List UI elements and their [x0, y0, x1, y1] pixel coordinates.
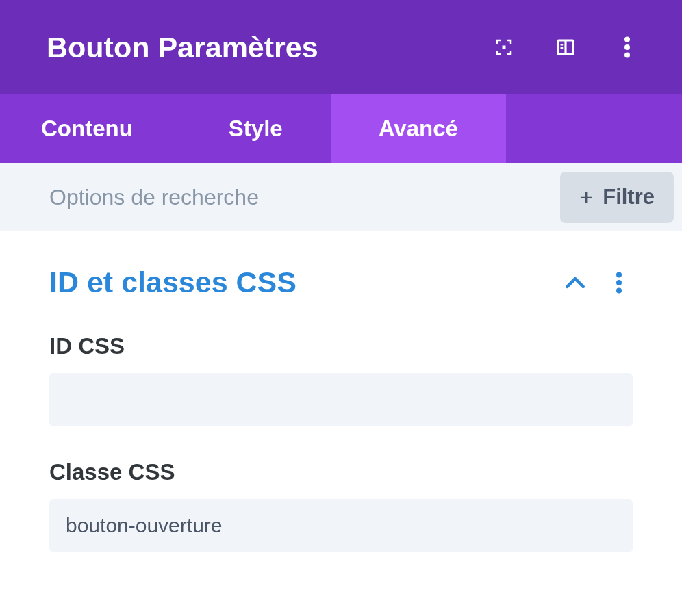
settings-header: Bouton Paramètres [0, 0, 682, 94]
header-icon-group [490, 34, 641, 61]
collapse-icon[interactable] [561, 269, 589, 296]
tab-bar: Contenu Style Avancé [0, 94, 682, 163]
section-options-icon[interactable] [605, 269, 633, 296]
svg-rect-0 [503, 46, 506, 49]
search-bar: + Filtre [0, 163, 682, 231]
css-id-field-group: ID CSS [49, 333, 633, 426]
css-id-label: ID CSS [49, 333, 633, 359]
svg-point-7 [624, 52, 630, 57]
tab-advanced[interactable]: Avancé [331, 94, 506, 163]
panel-title: Bouton Paramètres [47, 31, 318, 64]
svg-point-8 [616, 272, 622, 277]
svg-point-10 [616, 287, 622, 293]
plus-icon: + [579, 184, 593, 211]
css-class-input[interactable] [49, 499, 633, 552]
tab-style[interactable]: Style [181, 94, 331, 163]
section-header: ID et classes CSS [49, 266, 633, 299]
filter-button[interactable]: + Filtre [560, 172, 674, 223]
tab-content[interactable]: Contenu [0, 94, 181, 163]
css-section: ID et classes CSS ID CSS Classe CSS [0, 231, 682, 616]
search-input[interactable] [49, 185, 560, 210]
section-title: ID et classes CSS [49, 266, 296, 299]
css-class-label: Classe CSS [49, 459, 633, 485]
svg-point-5 [624, 37, 630, 42]
svg-point-9 [616, 280, 622, 285]
css-id-input[interactable] [49, 373, 633, 426]
section-header-icons [561, 269, 633, 296]
svg-point-6 [624, 44, 630, 50]
split-view-icon[interactable] [552, 34, 579, 61]
more-options-icon[interactable] [614, 34, 641, 61]
filter-label: Filtre [603, 185, 655, 209]
css-class-field-group: Classe CSS [49, 459, 633, 552]
scan-icon[interactable] [490, 34, 518, 61]
